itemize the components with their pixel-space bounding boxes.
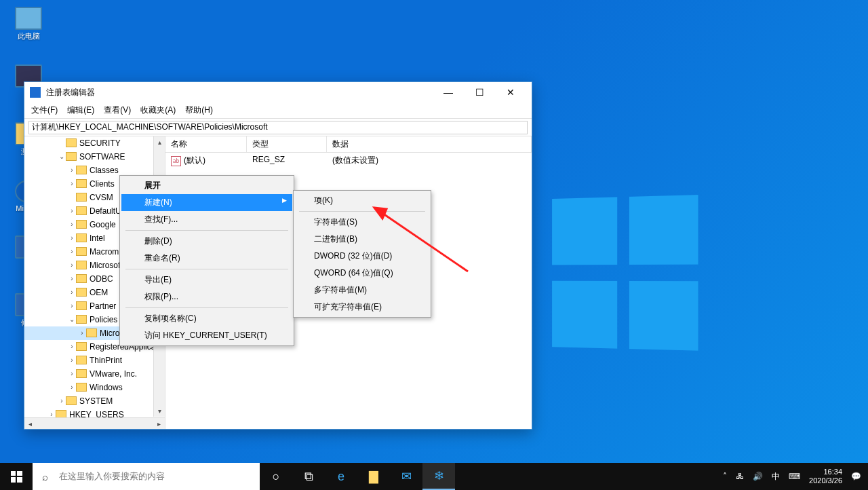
- tray-chevron-icon[interactable]: ˄: [723, 472, 727, 481]
- tray-keyboard-icon[interactable]: ⌨: [789, 472, 800, 481]
- menu-view[interactable]: 查看(V): [104, 105, 131, 116]
- search-icon: ⌕: [42, 471, 48, 483]
- folder-icon: [66, 152, 77, 161]
- folder-icon: [76, 206, 87, 215]
- separator: [125, 230, 288, 231]
- taskview-icon[interactable]: ⧉: [292, 463, 325, 490]
- taskbar-app-active[interactable]: ❄: [422, 463, 455, 490]
- tree-item[interactable]: ›ThinPrint: [24, 354, 165, 367]
- regedit-icon: [30, 87, 41, 98]
- folder-icon: [76, 301, 87, 310]
- maximize-button[interactable]: ☐: [464, 82, 495, 102]
- folder-icon: [66, 396, 77, 405]
- tree-item[interactable]: ›VMware, Inc.: [24, 367, 165, 381]
- folder-icon: [76, 356, 87, 364]
- address-bar: [24, 119, 532, 136]
- close-button[interactable]: ✕: [495, 82, 526, 102]
- col-data[interactable]: 数据: [327, 136, 532, 152]
- new-submenu: 项(K) 字符串值(S) 二进制值(B) DWORD (32 位)值(D) QW…: [293, 190, 431, 318]
- system-tray: ˄ 🖧 🔊 中 ⌨ 16:34 2020/3/26 💬: [716, 468, 868, 485]
- ctx-rename[interactable]: 重命名(R): [121, 250, 292, 267]
- col-type[interactable]: 类型: [247, 136, 327, 152]
- minimize-button[interactable]: —: [433, 82, 464, 102]
- list-header: 名称 类型 数据: [165, 136, 532, 153]
- folder-icon: [76, 288, 87, 297]
- list-row[interactable]: ab(默认) REG_SZ (数值未设置): [165, 153, 532, 168]
- new-key[interactable]: 项(K): [295, 192, 429, 209]
- folder-icon: [66, 138, 77, 147]
- ctx-permissions[interactable]: 权限(P)...: [121, 288, 292, 305]
- tray-volume-icon[interactable]: 🔊: [753, 472, 763, 481]
- window-title: 注册表编辑器: [46, 87, 433, 98]
- start-button[interactable]: [0, 463, 33, 490]
- tray-notifications-icon[interactable]: 💬: [851, 472, 861, 481]
- ctx-find[interactable]: 查找(F)...: [121, 211, 292, 228]
- tray-ime[interactable]: 中: [772, 471, 780, 483]
- folder-icon: [76, 179, 87, 188]
- ctx-delete[interactable]: 删除(D): [121, 233, 292, 250]
- folder-icon: [76, 193, 87, 202]
- new-qword[interactable]: QWORD (64 位)值(Q): [295, 265, 429, 282]
- search-placeholder: 在这里输入你要搜索的内容: [59, 470, 165, 483]
- tree-item[interactable]: SECURITY: [24, 136, 165, 150]
- tree-item[interactable]: ›Windows: [24, 381, 165, 394]
- tree-item[interactable]: ⌄SOFTWARE: [24, 150, 165, 164]
- folder-icon: [76, 261, 87, 269]
- folder-icon: [76, 220, 87, 229]
- desktop-icon-pc[interactable]: 此电脑: [4, 7, 53, 41]
- new-string[interactable]: 字符串值(S): [295, 214, 429, 231]
- folder-icon: [76, 247, 87, 256]
- folder-icon: [86, 328, 97, 337]
- cortana-icon[interactable]: ○: [260, 463, 292, 490]
- folder-icon: [76, 166, 87, 174]
- menu-help[interactable]: 帮助(H): [185, 105, 213, 116]
- menubar: 文件(F) 编辑(E) 查看(V) 收藏夹(A) 帮助(H): [24, 102, 532, 119]
- folder-icon: [76, 369, 87, 378]
- mail-icon[interactable]: ✉: [390, 463, 422, 490]
- separator: [299, 211, 425, 212]
- context-menu: 展开 新建(N) 查找(F)... 删除(D) 重命名(R) 导出(E) 权限(…: [119, 175, 294, 346]
- new-multistring[interactable]: 多字符串值(M): [295, 282, 429, 299]
- menu-edit[interactable]: 编辑(E): [67, 105, 94, 116]
- explorer-icon[interactable]: ▇: [357, 463, 390, 490]
- folder-icon: [76, 233, 87, 242]
- string-value-icon: ab: [171, 156, 181, 166]
- tree-scrollbar-horizontal[interactable]: ◂▸: [24, 417, 165, 429]
- search-box[interactable]: ⌕ 在这里输入你要搜索的内容: [33, 463, 260, 490]
- folder-icon: [76, 342, 87, 351]
- titlebar[interactable]: 注册表编辑器 — ☐ ✕: [24, 82, 532, 102]
- menu-file[interactable]: 文件(F): [31, 105, 58, 116]
- separator: [125, 307, 288, 308]
- col-name[interactable]: 名称: [165, 136, 247, 152]
- folder-icon: [76, 315, 87, 324]
- tray-network-icon[interactable]: 🖧: [736, 472, 744, 481]
- ctx-new[interactable]: 新建(N): [121, 194, 292, 211]
- new-dword[interactable]: DWORD (32 位)值(D): [295, 248, 429, 265]
- address-input[interactable]: [28, 121, 528, 134]
- ctx-export[interactable]: 导出(E): [121, 271, 292, 288]
- taskbar: ⌕ 在这里输入你要搜索的内容 ○ ⧉ e ▇ ✉ ❄ ˄ 🖧 🔊 中 ⌨ 16:…: [0, 463, 868, 490]
- windows-logo-bg: [552, 195, 707, 355]
- tree-item[interactable]: ›SYSTEM: [24, 394, 165, 408]
- tray-clock[interactable]: 16:34 2020/3/26: [809, 468, 842, 485]
- folder-icon: [76, 383, 87, 392]
- new-expandstring[interactable]: 可扩充字符串值(E): [295, 299, 429, 316]
- edge-icon[interactable]: e: [325, 463, 357, 490]
- menu-favorites[interactable]: 收藏夹(A): [140, 105, 176, 116]
- folder-icon: [76, 274, 87, 283]
- ctx-expand[interactable]: 展开: [121, 177, 292, 194]
- new-binary[interactable]: 二进制值(B): [295, 231, 429, 248]
- separator: [125, 269, 288, 269]
- ctx-goto-hkcu[interactable]: 访问 HKEY_CURRENT_USER(T): [121, 327, 292, 344]
- ctx-copy-keyname[interactable]: 复制项名称(C): [121, 310, 292, 327]
